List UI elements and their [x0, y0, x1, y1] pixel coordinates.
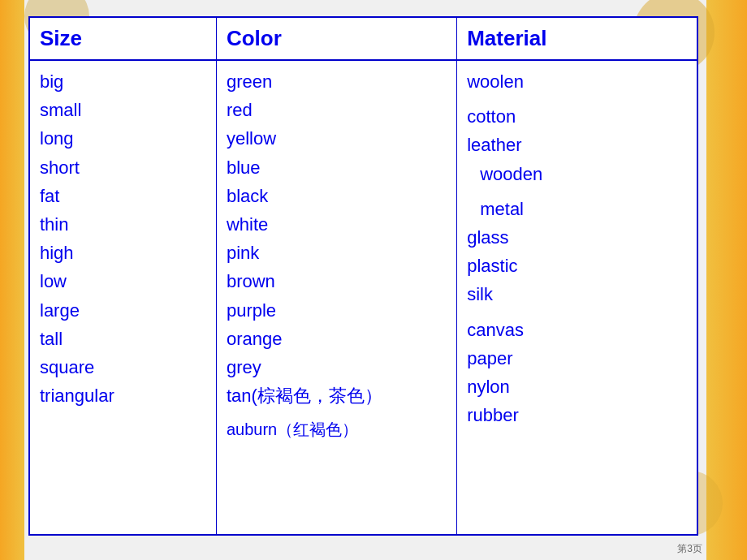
color-item: purple [227, 296, 447, 325]
color-item: orange [227, 325, 447, 353]
color-item: pink [227, 239, 447, 267]
color-item: tan(棕褐色，茶色） [227, 381, 447, 410]
size-item: tall [40, 325, 206, 353]
header-size: Size [29, 17, 216, 60]
material-item: woolen [467, 67, 687, 96]
size-item: high [40, 239, 206, 267]
color-column: green red yellow blue black white pink b… [216, 60, 456, 535]
size-item: triangular [40, 381, 206, 410]
size-item: big [40, 67, 206, 96]
color-item: grey [227, 353, 447, 381]
material-item: cotton [467, 102, 687, 131]
material-item: glass [467, 223, 687, 252]
material-item: paper [467, 344, 687, 373]
size-item: large [40, 296, 206, 325]
material-item: canvas [467, 316, 687, 344]
material-item: silk [467, 280, 687, 308]
page-number: 第3页 [677, 542, 702, 556]
color-item: brown [227, 267, 447, 295]
color-item: auburn（红褐色） [227, 416, 447, 442]
color-item: blue [227, 153, 447, 182]
material-item: leather [467, 131, 687, 159]
color-item: white [227, 210, 447, 239]
header-material: Material [457, 17, 697, 60]
material-item: wooden [467, 160, 687, 188]
material-item: plastic [467, 252, 687, 280]
color-item: black [227, 182, 447, 210]
table-header-row: Size Color Material [29, 17, 697, 60]
size-item: short [40, 153, 206, 182]
vocabulary-table: Size Color Material big small long short… [28, 16, 698, 536]
color-item: red [227, 96, 447, 124]
table-row: big small long short fat thin high low l… [29, 60, 697, 535]
size-item: small [40, 96, 206, 124]
bg-yellow-left [0, 0, 24, 560]
color-item: yellow [227, 124, 447, 153]
size-column: big small long short fat thin high low l… [29, 60, 216, 535]
color-item: green [227, 67, 447, 96]
size-item: fat [40, 182, 206, 210]
size-item: low [40, 267, 206, 295]
size-item: square [40, 353, 206, 381]
size-item: long [40, 124, 206, 153]
material-column: woolen cotton leather wooden metal glass… [457, 60, 697, 535]
material-item: metal [467, 195, 687, 223]
bg-yellow-right [706, 0, 747, 560]
material-item: rubber [467, 401, 687, 429]
material-item: nylon [467, 373, 687, 401]
table-container: Size Color Material big small long short… [28, 16, 698, 536]
header-color: Color [216, 17, 456, 60]
size-item: thin [40, 210, 206, 239]
